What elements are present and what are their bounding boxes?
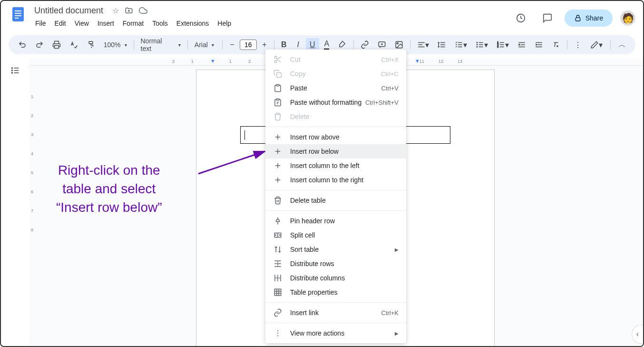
cut-icon [273,55,283,64]
indent-decrease-button[interactable] [514,38,530,51]
title-area: Untitled document ☆ File Edit View Inser… [31,5,511,29]
context-menu-insert-row-above[interactable]: Insert row above [265,130,406,144]
context-menu-insert-link[interactable]: Insert linkCtrl+K [265,306,406,320]
context-menu-table-properties[interactable]: Table properties [265,285,406,299]
context-menu-label: Delete [290,113,399,120]
context-menu-view-more-actions[interactable]: View more actions▶ [265,326,406,340]
context-menu-sort-table[interactable]: Sort table▶ [265,242,406,257]
context-menu-pin-header-row[interactable]: Pin header row [265,214,406,228]
svg-point-26 [277,330,278,331]
star-icon[interactable]: ☆ [112,6,119,17]
style-select[interactable]: Normal text [137,35,185,54]
context-menu-label: Paste [290,84,381,92]
line-spacing-button[interactable] [434,38,450,51]
context-menu-paste[interactable]: PasteCtrl+V [265,81,406,95]
menu-tools[interactable]: Tools [148,18,172,29]
more-toolbar-button[interactable]: ⋮ [570,38,585,51]
collapse-toolbar-button[interactable]: ︿ [615,38,630,51]
copy-icon [273,69,283,78]
comments-icon[interactable] [538,9,557,28]
context-menu-distribute-rows[interactable]: Distribute rows [265,257,406,271]
bullet-list-button[interactable]: ▾ [472,38,492,51]
svg-point-9 [397,43,398,44]
sort-icon [273,245,283,254]
history-icon[interactable] [511,9,530,28]
format-paint-button[interactable] [83,38,99,51]
submenu-arrow-icon: ▶ [395,247,399,252]
align-button[interactable]: ▾ [413,38,433,51]
menu-insert[interactable]: Insert [94,18,118,29]
move-icon[interactable] [125,6,133,17]
menu-extensions[interactable]: Extensions [173,18,213,29]
menu-file[interactable]: File [31,18,50,29]
svg-rect-3 [15,15,21,16]
context-menu-paste-without-formatting[interactable]: Paste without formattingCtrl+Shift+V [265,95,406,109]
font-select[interactable]: Arial [191,39,219,50]
plus-icon [273,133,283,141]
menu-view[interactable]: View [71,18,93,29]
font-size-decrease[interactable]: − [225,38,239,51]
context-menu-delete-table[interactable]: Delete table [265,193,406,208]
avatar[interactable]: 🧑 [620,10,635,26]
dist-cols-icon [273,274,283,282]
menu-help[interactable]: Help [214,18,235,29]
docs-logo[interactable] [9,5,28,24]
svg-rect-4 [15,18,19,19]
indent-increase-button[interactable] [531,38,547,51]
svg-point-18 [12,72,13,73]
context-menu-cut: CutCtrl+X [265,52,406,67]
svg-rect-22 [276,85,279,86]
menubar: File Edit View Insert Format Tools Exten… [31,18,511,29]
shortcut: Ctrl+K [381,309,399,317]
editing-mode-button[interactable]: ▾ [586,38,606,51]
menu-format[interactable]: Format [119,18,147,29]
outline-button[interactable] [7,64,24,77]
svg-rect-25 [274,289,281,296]
context-menu-label: Split cell [290,231,399,239]
svg-point-19 [274,56,277,59]
dist-rows-icon [273,259,283,268]
svg-point-10 [477,42,478,43]
plus-icon [273,176,283,184]
context-menu-label: Insert column to the left [290,162,399,169]
clear-format-button[interactable] [548,38,564,51]
plus-icon [273,147,283,156]
context-menu-insert-column-to-the-left[interactable]: Insert column to the left [265,159,406,173]
svg-rect-6 [576,18,580,21]
context-menu-label: Insert link [290,309,381,317]
context-menu-distribute-columns[interactable]: Distribute columns [265,271,406,285]
context-menu-copy: CopyCtrl+C [265,67,406,81]
ruler-vertical[interactable]: 1 2 3 4 5 6 7 8 [29,66,37,346]
font-size-input[interactable] [240,40,257,50]
undo-button[interactable] [14,38,30,51]
context-menu-insert-column-to-the-right[interactable]: Insert column to the right [265,173,406,187]
table-props-icon [273,288,283,297]
paste-icon [273,84,283,92]
print-button[interactable] [49,38,65,51]
svg-rect-23 [276,99,279,100]
menu-edit[interactable]: Edit [51,18,70,29]
svg-text:3: 3 [498,46,499,48]
link-icon [273,308,283,317]
numbered-list-button[interactable]: 123▾ [493,38,513,51]
pin-icon [273,217,283,225]
zoom-select[interactable]: 100% [100,39,131,50]
spellcheck-button[interactable] [66,38,82,51]
context-menu: CutCtrl+XCopyCtrl+CPasteCtrl+VPaste with… [265,50,406,343]
svg-point-16 [12,68,13,69]
context-menu-insert-row-below[interactable]: Insert row below [265,144,406,159]
share-button[interactable]: Share [565,10,613,27]
checklist-button[interactable]: ▾ [451,38,471,51]
context-menu-label: Distribute columns [290,274,399,282]
doc-title[interactable]: Untitled document [31,5,106,17]
context-menu-label: Pin header row [290,217,399,225]
svg-rect-1 [15,10,21,11]
svg-rect-0 [12,7,24,21]
context-menu-label: View more actions [290,329,395,337]
svg-rect-2 [15,13,21,14]
context-menu-label: Insert row below [290,148,399,155]
context-menu-split-cell[interactable]: Split cell [265,228,406,242]
redo-button[interactable] [31,38,48,51]
more-icon [273,329,283,337]
cloud-icon[interactable] [139,6,147,17]
